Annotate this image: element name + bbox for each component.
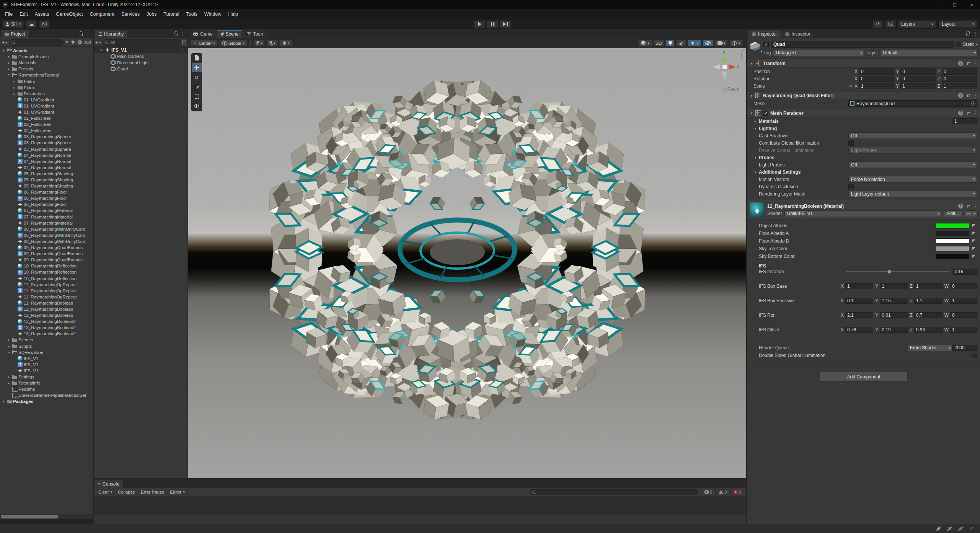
undo-history-button[interactable]: ↺ — [873, 20, 883, 28]
contribute-gi-checkbox[interactable] — [848, 140, 854, 146]
x-field[interactable]: 0.76 — [845, 327, 873, 333]
kebab-menu-icon[interactable]: ⋮ — [973, 31, 978, 36]
foldout-arrow-icon[interactable]: ▾ — [7, 73, 11, 77]
tree-item[interactable]: 08_RaymarchingWithUnityCam — [0, 226, 93, 232]
transform-tool[interactable] — [192, 101, 202, 111]
tree-item[interactable]: 05_RaymarchingShading — [0, 183, 93, 189]
kebab-menu-icon[interactable]: ⋮ — [181, 47, 185, 53]
tree-item[interactable]: IFS_V1 — [0, 368, 93, 374]
x-field[interactable]: 0 — [859, 76, 894, 82]
z-field[interactable]: 0 — [942, 68, 977, 75]
project-search-input[interactable] — [9, 39, 64, 46]
motion-vectors-dropdown[interactable]: Force No Motion — [848, 176, 977, 183]
menu-item[interactable]: Window — [201, 9, 225, 19]
rendering-layer-mask-dropdown[interactable]: Light Layer default — [848, 191, 977, 197]
mesh-renderer-header[interactable]: ▾ ✓ Mesh Renderer ? ⇄ ⋮ — [747, 109, 980, 117]
tab-inspector-1[interactable]: i Inspector — [748, 30, 781, 38]
maximize-button[interactable]: □ — [946, 0, 963, 9]
menu-item[interactable]: File — [2, 9, 16, 19]
slider-handle[interactable] — [887, 270, 891, 274]
tree-item[interactable]: 05_RaymarchingShading — [0, 177, 93, 183]
additional-settings-row[interactable]: ▾ Additional Settings — [747, 168, 980, 176]
tree-item[interactable]: 01_UVGradient — [0, 103, 93, 109]
lock-icon[interactable] — [966, 33, 970, 36]
tree-item[interactable]: 06_RaymarchingFloor — [0, 201, 93, 207]
y-field[interactable]: 0 — [900, 76, 935, 82]
dsgi-checkbox[interactable] — [972, 353, 977, 358]
active-checkbox[interactable]: ✓ — [763, 42, 769, 47]
tree-item[interactable]: 03_RaymarchingSphere — [0, 134, 93, 140]
menu-item[interactable]: Edit — [16, 9, 31, 19]
shader-edit-button[interactable]: Edit... — [944, 210, 962, 217]
cache-server-disabled-icon[interactable]: ≋ — [947, 526, 952, 531]
color-swatch[interactable] — [936, 246, 969, 251]
tree-item[interactable]: 06_RaymarchingFloor — [0, 189, 93, 195]
alert-icon[interactable]: ! — [78, 40, 82, 44]
foldout-arrow-icon[interactable]: ▾ — [2, 49, 6, 52]
hierarchy-item[interactable]: Directional Light — [94, 60, 188, 66]
tree-item[interactable]: 01_UVGradient — [0, 97, 93, 103]
menu-item[interactable]: Help — [225, 9, 241, 19]
ifs-iteration-slider[interactable] — [846, 269, 949, 275]
gizmo-neg-x-axis[interactable] — [713, 64, 720, 70]
foldout-arrow-icon[interactable]: ▾ — [99, 48, 103, 52]
foldout-arrow-icon[interactable]: ▾ — [7, 350, 11, 354]
tree-item[interactable]: 07_RaymarchingMaterial — [0, 214, 93, 220]
tree-item[interactable]: 03_RaymarchingSphere — [0, 146, 93, 152]
probes-section-row[interactable]: ▾ Probes — [747, 154, 980, 161]
gizmo-center-cube[interactable] — [722, 65, 727, 70]
lighting-toggle[interactable] — [666, 39, 675, 47]
add-component-button[interactable]: Add Component — [820, 372, 908, 381]
kebab-menu-icon[interactable]: ⋮ — [181, 31, 185, 36]
pivot-mode-dropdown[interactable]: Center ▾ — [190, 39, 218, 47]
dynamic-occlusion-checkbox[interactable] — [848, 184, 854, 189]
tree-item[interactable]: 11_RaymarchingOpRepeat — [0, 288, 93, 294]
kebab-menu-icon[interactable]: ⋮ — [973, 204, 978, 209]
create-asset-button[interactable]: +▾ — [2, 39, 7, 46]
tree-item[interactable]: 01_UVGradient — [0, 109, 93, 115]
lock-icon[interactable] — [174, 33, 178, 36]
foldout-arrow-icon[interactable]: ▸ — [753, 119, 757, 123]
menu-item[interactable]: Tutorial — [160, 9, 183, 19]
material-preview-thumbnail[interactable] — [750, 202, 764, 217]
tree-item[interactable]: ▸ Materials — [0, 60, 93, 66]
tree-item[interactable]: 04_RaymarchingNormal — [0, 165, 93, 171]
tree-item[interactable]: ▸ Packages — [0, 398, 93, 404]
gizmo-y-axis[interactable] — [722, 55, 727, 62]
view-hand-tool[interactable] — [192, 54, 202, 63]
foldout-arrow-icon[interactable]: ▸ — [7, 375, 11, 379]
foldout-arrow-icon[interactable]: ▸ — [7, 67, 11, 71]
tree-item[interactable]: 04_RaymarchingNormal — [0, 152, 93, 158]
presets-icon[interactable]: ⇄ — [967, 93, 970, 98]
tree-item[interactable]: ▸ Settings — [0, 374, 93, 380]
y-field[interactable]: 0.01 — [880, 312, 908, 318]
layout-dropdown[interactable]: Layout ▾ — [939, 20, 977, 28]
object-picker-icon[interactable] — [971, 101, 975, 106]
z-field[interactable]: 0 — [942, 76, 977, 82]
tree-item[interactable]: 12_RaymarchingBoolean — [0, 312, 93, 318]
console-log-list[interactable] — [94, 496, 746, 514]
orientation-gizmo[interactable]: y x — [711, 54, 738, 86]
step-button[interactable] — [499, 20, 512, 28]
tree-item[interactable]: 12_RaymarchingBoolean — [0, 306, 93, 312]
search-button[interactable] — [885, 20, 896, 28]
cloud-services-button[interactable]: ☁ — [26, 20, 37, 28]
eyedropper-icon[interactable] — [971, 254, 977, 259]
tree-item[interactable]: 10_RaymarchingReflection — [0, 263, 93, 269]
menu-item[interactable]: Tools — [183, 9, 201, 19]
component-enabled-checkbox[interactable]: ✓ — [763, 111, 768, 116]
tree-item[interactable]: 09_RaymarchingQuadBounds — [0, 244, 93, 251]
presets-icon[interactable]: ⇄ — [967, 204, 970, 209]
foldout-arrow-icon[interactable]: ▾ — [753, 170, 757, 174]
tree-item[interactable]: 11_RaymarchingOpRepeat — [0, 282, 93, 288]
z-field[interactable]: 0.7 — [914, 312, 942, 318]
foldout-arrow-icon[interactable]: ▸ — [7, 344, 11, 348]
minimize-button[interactable]: – — [929, 0, 946, 9]
tree-item[interactable]: 04_RaymarchingNormal — [0, 158, 93, 165]
z-field[interactable]: 1.1 — [914, 298, 942, 304]
light-probes-dropdown[interactable]: Off — [848, 161, 977, 168]
console-collapse-toggle[interactable]: Collapse — [115, 488, 138, 496]
tree-item[interactable]: ▾ Assets — [0, 47, 93, 54]
tree-item[interactable]: 08_RaymarchingWithUnityCam — [0, 238, 93, 244]
auto-refresh-disabled-icon[interactable]: ↻ — [958, 526, 964, 531]
